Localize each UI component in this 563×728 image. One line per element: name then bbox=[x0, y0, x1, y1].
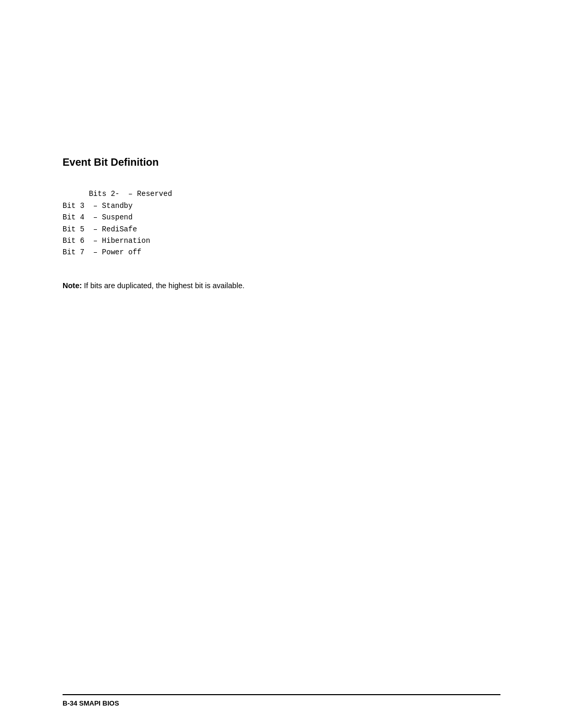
code-line-4: Bit 5 – RediSafe bbox=[63, 225, 137, 233]
code-line-3: Bit 4 – Suspend bbox=[63, 213, 132, 221]
note-label: Note: bbox=[63, 281, 82, 290]
code-line-1: Bits 2- – Reserved bbox=[89, 190, 172, 198]
footer: B-34 SMAPI BIOS bbox=[63, 694, 500, 707]
content-area: Event Bit Definition Bits 2- – Reserved … bbox=[63, 156, 500, 292]
section-title: Event Bit Definition bbox=[63, 156, 500, 168]
footer-text: B-34 SMAPI BIOS bbox=[63, 699, 119, 707]
page-container: Event Bit Definition Bits 2- – Reserved … bbox=[0, 0, 563, 728]
note-text: If bits are duplicated, the highest bit … bbox=[82, 281, 244, 290]
code-line-2: Bit 3 – Standby bbox=[63, 202, 132, 210]
code-block: Bits 2- – Reserved Bit 3 – Standby Bit 4… bbox=[63, 177, 500, 270]
code-line-6: Bit 7 – Power off bbox=[63, 248, 141, 256]
code-line-5: Bit 6 – Hibernation bbox=[63, 237, 150, 245]
note-paragraph: Note: If bits are duplicated, the highes… bbox=[63, 280, 500, 292]
